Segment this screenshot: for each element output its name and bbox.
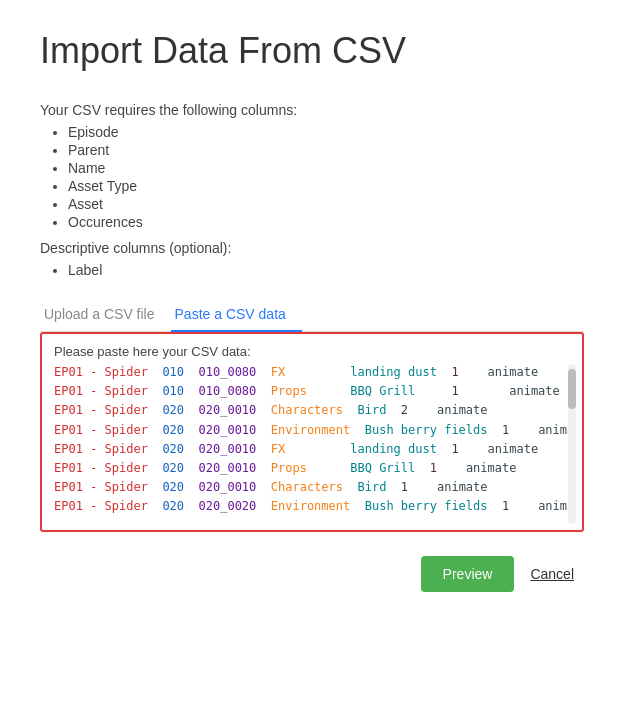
optional-columns-list: Label <box>40 262 584 278</box>
required-col-asset-type: Asset Type <box>68 178 584 194</box>
required-col-episode: Episode <box>68 124 584 140</box>
required-col-name: Name <box>68 160 584 176</box>
tabs-container: Upload a CSV file Paste a CSV data <box>40 298 584 332</box>
csv-content[interactable]: EP01 - Spider 010 010_0080 FX landing du… <box>54 363 570 528</box>
csv-paste-area[interactable]: Please paste here your CSV data: EP01 - … <box>40 332 584 532</box>
scrollbar-thumb[interactable] <box>568 369 576 409</box>
instructions-label: Your CSV requires the following columns: <box>40 102 584 118</box>
footer-buttons: Preview Cancel <box>40 556 584 592</box>
required-col-parent: Parent <box>68 142 584 158</box>
tab-paste[interactable]: Paste a CSV data <box>171 298 302 332</box>
optional-col-label: Label <box>68 262 584 278</box>
required-columns-list: Episode Parent Name Asset Type Asset Occ… <box>40 124 584 230</box>
required-col-occurences: Occurences <box>68 214 584 230</box>
preview-button[interactable]: Preview <box>421 556 515 592</box>
optional-label: Descriptive columns (optional): <box>40 240 584 256</box>
cancel-button[interactable]: Cancel <box>530 566 574 582</box>
tab-upload[interactable]: Upload a CSV file <box>40 298 171 332</box>
csv-textarea-label: Please paste here your CSV data: <box>54 344 570 359</box>
page-container: Import Data From CSV Your CSV requires t… <box>0 0 624 632</box>
required-col-asset: Asset <box>68 196 584 212</box>
page-title: Import Data From CSV <box>40 30 584 72</box>
